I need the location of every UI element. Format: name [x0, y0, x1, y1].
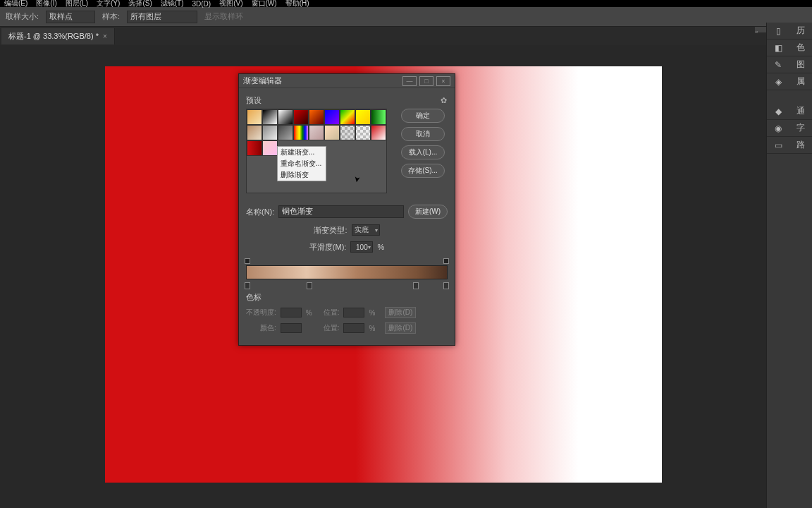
panel-icon-2[interactable]: ◧: [767, 40, 789, 56]
sample-ring-label: 显示取样环: [204, 11, 243, 22]
new-button[interactable]: 新建(W): [408, 205, 448, 219]
gradient-swatch[interactable]: [247, 140, 262, 156]
gradient-swatch[interactable]: [340, 109, 355, 125]
menu-select[interactable]: 选择(S): [128, 0, 152, 8]
opacity-stop[interactable]: [245, 258, 250, 264]
delete-stop-button[interactable]: 删除(D): [385, 322, 416, 334]
close-button[interactable]: ×: [436, 76, 450, 86]
smoothness-label: 平滑度(M):: [309, 242, 347, 253]
panel-icon-3[interactable]: ✎: [767, 56, 789, 73]
panel-icon-4[interactable]: ◈: [767, 73, 789, 90]
gradient-swatch[interactable]: [278, 125, 293, 140]
menu-bar: 编辑(E) 图像(I) 图层(L) 文字(Y) 选择(S) 滤镜(T) 3D(D…: [0, 0, 812, 7]
gradient-editor-dialog: 渐变编辑器 — □ × 预设 ✿: [238, 73, 455, 346]
right-panel-dock: ▯历 ◧色 ✎图 ◈属 ◆通 ◉字 ▭路: [766, 23, 812, 508]
delete-stop-button[interactable]: 删除(D): [385, 307, 416, 318]
gradient-swatch[interactable]: [247, 109, 262, 125]
presets-label: 预设: [246, 95, 262, 106]
panel-label-5[interactable]: 通: [789, 103, 812, 119]
tab-close-icon[interactable]: ×: [103, 32, 107, 40]
menu-edit[interactable]: 编辑(E): [4, 0, 27, 8]
document-tab[interactable]: 标题-1 @ 33.3%(RGB/8) * ×: [1, 28, 115, 44]
save-button[interactable]: 存储(S)...: [401, 164, 445, 178]
percent-label: %: [369, 325, 375, 332]
color-stop[interactable]: [245, 282, 250, 289]
panel-icon-1[interactable]: ▯: [767, 23, 789, 39]
tab-title: 标题-1 @ 33.3%(RGB/8) *: [8, 31, 99, 42]
gradient-swatch[interactable]: [371, 109, 386, 125]
panel-icon-5[interactable]: ◆: [767, 103, 789, 119]
menu-help[interactable]: 帮助(H): [285, 0, 309, 8]
position-input[interactable]: [343, 323, 364, 333]
ok-button[interactable]: 确定: [401, 109, 445, 123]
panel-label-7[interactable]: 路: [789, 137, 812, 153]
menu-window[interactable]: 窗口(W): [252, 0, 277, 8]
panel-icon-6[interactable]: ◉: [767, 120, 789, 136]
smoothness-input[interactable]: 100: [350, 241, 373, 253]
gradient-ramp-editor[interactable]: [246, 260, 448, 288]
gradient-swatch[interactable]: [355, 125, 371, 140]
opacity-input[interactable]: [281, 308, 302, 318]
ctx-rename-gradient[interactable]: 重命名渐变...: [278, 158, 326, 169]
position-input[interactable]: [343, 308, 364, 318]
gradient-swatch[interactable]: [324, 109, 340, 125]
gradient-swatch[interactable]: [371, 125, 386, 140]
opacity-label: 不透明度:: [246, 308, 276, 318]
menu-layer[interactable]: 图层(L): [66, 0, 88, 8]
gradient-swatch[interactable]: [262, 109, 278, 125]
opacity-stop[interactable]: [443, 258, 449, 264]
sample-size-label: 取样大小:: [6, 11, 39, 22]
panel-label-6[interactable]: 字: [789, 120, 812, 136]
load-button[interactable]: 载入(L)...: [401, 145, 445, 159]
gradient-ramp[interactable]: [246, 265, 448, 279]
color-stop[interactable]: [413, 282, 419, 289]
gradient-swatch[interactable]: [293, 109, 309, 125]
panel-label-3[interactable]: 图: [789, 56, 812, 73]
dialog-title: 渐变编辑器: [243, 75, 400, 86]
document-tab-bar: 标题-1 @ 33.3%(RGB/8) * ×: [0, 27, 812, 45]
gear-icon[interactable]: ✿: [439, 97, 448, 105]
minimize-button[interactable]: —: [402, 76, 417, 86]
gradient-type-label: 渐变类型:: [314, 225, 347, 236]
sample-size-dropdown[interactable]: 取样点: [46, 11, 95, 23]
menu-view[interactable]: 视图(V): [219, 0, 242, 8]
sample-layer-dropdown[interactable]: 所有图层: [127, 11, 197, 23]
gradient-swatch[interactable]: [293, 125, 309, 140]
gradient-swatch[interactable]: [355, 109, 371, 125]
gradient-swatch[interactable]: [309, 109, 324, 125]
name-label: 名称(N):: [246, 207, 274, 217]
cancel-button[interactable]: 取消: [401, 127, 445, 141]
panel-label-4[interactable]: 属: [789, 73, 812, 90]
dialog-titlebar[interactable]: 渐变编辑器 — □ ×: [239, 74, 455, 88]
panel-icon-7[interactable]: ▭: [767, 137, 789, 153]
presets-grid: 新建渐变... 重命名渐变... 删除渐变: [246, 109, 387, 193]
gradient-swatch[interactable]: [324, 125, 340, 140]
panel-label-2[interactable]: 色: [789, 40, 812, 56]
menu-3d[interactable]: 3D(D): [192, 0, 211, 8]
ctx-new-gradient[interactable]: 新建渐变...: [278, 147, 326, 158]
color-swatch-input[interactable]: [281, 323, 302, 333]
gradient-swatch[interactable]: [262, 125, 278, 140]
color-stop[interactable]: [307, 282, 312, 289]
position-label: 位置:: [324, 323, 340, 333]
color-stop[interactable]: [443, 282, 449, 289]
gradient-swatch[interactable]: [247, 125, 262, 140]
tab-scroll[interactable]: «: [755, 27, 766, 32]
gradient-swatch[interactable]: [340, 125, 355, 140]
panel-label-1[interactable]: 历: [789, 23, 812, 39]
menu-image[interactable]: 图像(I): [36, 0, 56, 8]
gradient-swatch[interactable]: [278, 109, 293, 125]
gradient-swatch[interactable]: [309, 125, 324, 140]
sample-layer-label: 样本:: [102, 11, 120, 22]
gradient-swatch[interactable]: [262, 140, 278, 156]
position-label: 位置:: [324, 308, 340, 318]
gradient-type-dropdown[interactable]: 实底: [352, 224, 380, 236]
color-label: 颜色:: [260, 323, 276, 333]
ctx-delete-gradient[interactable]: 删除渐变: [278, 169, 326, 181]
stops-label: 色标: [246, 292, 448, 303]
name-input[interactable]: 铜色渐变: [278, 205, 404, 218]
menu-filter[interactable]: 滤镜(T): [161, 0, 184, 8]
percent-label: %: [306, 309, 312, 317]
menu-type[interactable]: 文字(Y): [97, 0, 120, 8]
maximize-button[interactable]: □: [419, 76, 433, 86]
